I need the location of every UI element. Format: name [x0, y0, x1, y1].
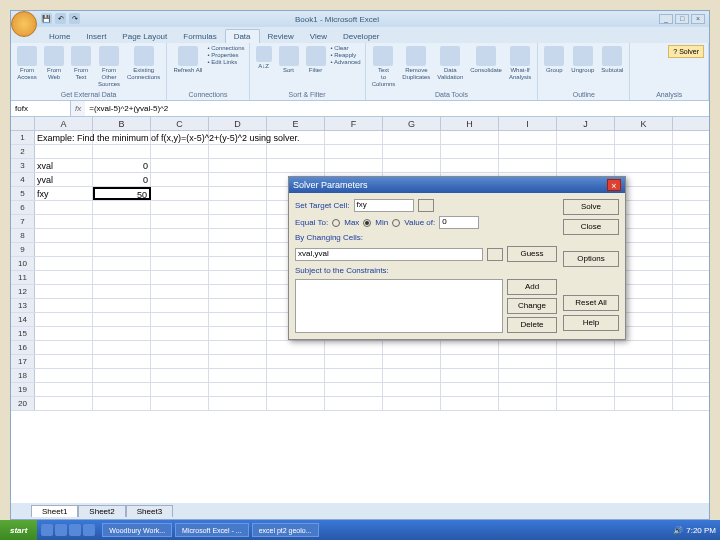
- row-header-3[interactable]: 3: [11, 159, 35, 172]
- change-constraint-button[interactable]: Change: [507, 298, 557, 314]
- column-header-E[interactable]: E: [267, 117, 325, 130]
- cell-F2[interactable]: [325, 145, 383, 158]
- cell-C19[interactable]: [151, 383, 209, 396]
- cell-E19[interactable]: [267, 383, 325, 396]
- cell-C9[interactable]: [151, 243, 209, 256]
- cell-C7[interactable]: [151, 215, 209, 228]
- cell-E3[interactable]: [267, 159, 325, 172]
- edit-links-button[interactable]: • Edit Links: [207, 59, 244, 65]
- cell-H3[interactable]: [441, 159, 499, 172]
- cell-B8[interactable]: [93, 229, 151, 242]
- cell-D11[interactable]: [209, 271, 267, 284]
- cell-B4[interactable]: 0: [93, 173, 151, 186]
- cell-D3[interactable]: [209, 159, 267, 172]
- target-ref-button[interactable]: [418, 199, 434, 212]
- existing-connections-button[interactable]: ExistingConnections: [125, 45, 162, 82]
- cell-F18[interactable]: [325, 369, 383, 382]
- cell-J16[interactable]: [557, 341, 615, 354]
- cell-C12[interactable]: [151, 285, 209, 298]
- taskbar-item[interactable]: Microsoft Excel - ...: [175, 523, 249, 537]
- cell-A2[interactable]: [35, 145, 93, 158]
- cell-C10[interactable]: [151, 257, 209, 270]
- cell-A1[interactable]: Example: Find the minimum of f(x,y)=(x-5…: [35, 131, 635, 145]
- cell-B7[interactable]: [93, 215, 151, 228]
- cell-H16[interactable]: [441, 341, 499, 354]
- cell-D19[interactable]: [209, 383, 267, 396]
- cell-A9[interactable]: [35, 243, 93, 256]
- cell-F16[interactable]: [325, 341, 383, 354]
- cell-B10[interactable]: [93, 257, 151, 270]
- target-cell-input[interactable]: fxy: [354, 199, 414, 212]
- column-header-J[interactable]: J: [557, 117, 615, 130]
- cell-B17[interactable]: [93, 355, 151, 368]
- cell-A19[interactable]: [35, 383, 93, 396]
- cell-C15[interactable]: [151, 327, 209, 340]
- column-header-B[interactable]: B: [93, 117, 151, 130]
- cell-B15[interactable]: [93, 327, 151, 340]
- cell-G16[interactable]: [383, 341, 441, 354]
- cell-A18[interactable]: [35, 369, 93, 382]
- remove-duplicates-button[interactable]: RemoveDuplicates: [400, 45, 432, 82]
- column-header-D[interactable]: D: [209, 117, 267, 130]
- cell-C4[interactable]: [151, 173, 209, 186]
- cell-C13[interactable]: [151, 299, 209, 312]
- from-text-button[interactable]: FromText: [69, 45, 93, 82]
- taskbar-item[interactable]: excel pt2 geolo...: [252, 523, 319, 537]
- row-header-8[interactable]: 8: [11, 229, 35, 242]
- cell-C5[interactable]: [151, 187, 209, 200]
- min-radio[interactable]: [363, 219, 371, 227]
- cell-J17[interactable]: [557, 355, 615, 368]
- cell-D13[interactable]: [209, 299, 267, 312]
- cell-K3[interactable]: [615, 159, 673, 172]
- guess-button[interactable]: Guess: [507, 246, 557, 262]
- cell-G3[interactable]: [383, 159, 441, 172]
- cell-C3[interactable]: [151, 159, 209, 172]
- minimize-button[interactable]: _: [659, 14, 673, 24]
- cell-A4[interactable]: yval: [35, 173, 93, 186]
- start-button[interactable]: start: [0, 520, 37, 540]
- cell-J18[interactable]: [557, 369, 615, 382]
- cell-E2[interactable]: [267, 145, 325, 158]
- cell-J3[interactable]: [557, 159, 615, 172]
- select-all-corner[interactable]: [11, 117, 35, 130]
- cell-H2[interactable]: [441, 145, 499, 158]
- cell-K20[interactable]: [615, 397, 673, 410]
- consolidate-button[interactable]: Consolidate: [468, 45, 504, 75]
- row-header-13[interactable]: 13: [11, 299, 35, 312]
- cell-E18[interactable]: [267, 369, 325, 382]
- cell-D16[interactable]: [209, 341, 267, 354]
- value-of-input[interactable]: 0: [439, 216, 479, 229]
- cell-B18[interactable]: [93, 369, 151, 382]
- row-header-6[interactable]: 6: [11, 201, 35, 214]
- cell-D7[interactable]: [209, 215, 267, 228]
- column-header-A[interactable]: A: [35, 117, 93, 130]
- ql-icon[interactable]: [41, 524, 53, 536]
- cell-B2[interactable]: [93, 145, 151, 158]
- close-button[interactable]: Close: [563, 219, 619, 235]
- row-header-5[interactable]: 5: [11, 187, 35, 200]
- solve-button[interactable]: Solve: [563, 199, 619, 215]
- cell-C2[interactable]: [151, 145, 209, 158]
- cell-C6[interactable]: [151, 201, 209, 214]
- row-header-11[interactable]: 11: [11, 271, 35, 284]
- cell-A8[interactable]: [35, 229, 93, 242]
- row-header-4[interactable]: 4: [11, 173, 35, 186]
- cell-E17[interactable]: [267, 355, 325, 368]
- cell-D9[interactable]: [209, 243, 267, 256]
- ql-icon[interactable]: [83, 524, 95, 536]
- cell-C11[interactable]: [151, 271, 209, 284]
- cell-D8[interactable]: [209, 229, 267, 242]
- clear-button[interactable]: • Clear: [331, 45, 361, 51]
- sheet-tab-sheet1[interactable]: Sheet1: [31, 505, 78, 517]
- cell-D18[interactable]: [209, 369, 267, 382]
- cell-B20[interactable]: [93, 397, 151, 410]
- cell-A13[interactable]: [35, 299, 93, 312]
- constraints-listbox[interactable]: [295, 279, 503, 333]
- cell-B6[interactable]: [93, 201, 151, 214]
- row-header-15[interactable]: 15: [11, 327, 35, 340]
- ribbon-tab-view[interactable]: View: [302, 30, 335, 43]
- cell-H18[interactable]: [441, 369, 499, 382]
- changing-cells-input[interactable]: xval,yval: [295, 248, 483, 261]
- reset-all-button[interactable]: Reset All: [563, 295, 619, 311]
- cell-C14[interactable]: [151, 313, 209, 326]
